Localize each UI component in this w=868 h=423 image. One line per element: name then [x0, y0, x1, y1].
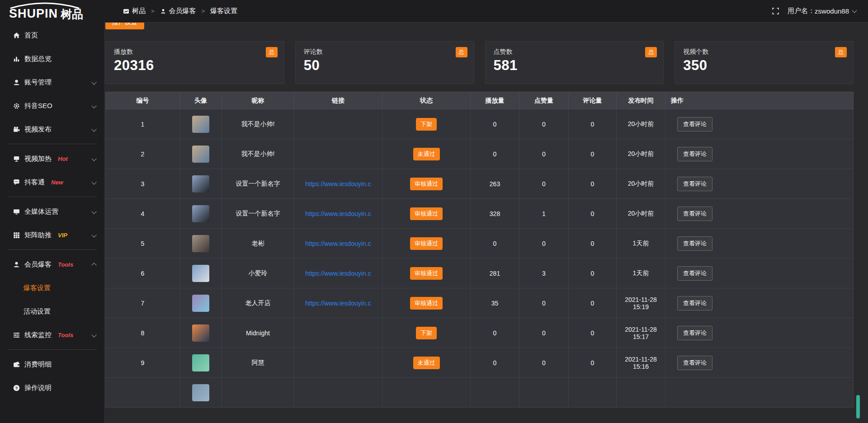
view-comments-button[interactable]: 查看评论 — [677, 207, 712, 221]
video-link[interactable]: https://www.iesdouyin.c — [305, 240, 371, 247]
cell-likes: 0 — [519, 229, 569, 258]
avatar — [192, 205, 209, 222]
video-link[interactable]: https://www.iesdouyin.c — [305, 210, 371, 217]
sidebar-item-account[interactable]: 账号管理 — [0, 70, 104, 94]
cell-likes: 3 — [519, 258, 569, 288]
breadcrumb-item-3[interactable]: 爆客设置 — [210, 7, 237, 15]
sidebar-nav: 首页 数据总览 账号管理 抖音SEO 视频发布 视频加热 Hot 抖客通 New… — [0, 24, 104, 400]
cell-id: 8 — [106, 318, 180, 348]
cell-comments: 0 — [569, 258, 617, 288]
app-logo[interactable]: SHUPIN 树品 — [0, 0, 104, 23]
cell-publish-time: 20小时前 — [617, 109, 665, 139]
cell-publish-time — [617, 378, 665, 408]
cell-comments: 0 — [569, 229, 617, 258]
view-comments-button[interactable]: 查看评论 — [677, 117, 712, 132]
video-link[interactable]: https://www.iesdouyin.c — [305, 270, 371, 277]
scrollbar-thumb[interactable] — [856, 395, 860, 418]
sidebar-item-media-operation[interactable]: 全媒体运营 — [0, 200, 104, 223]
breadcrumb-item-2[interactable]: 会员爆客 — [160, 7, 196, 15]
sidebar-item-expense-detail[interactable]: 消费明细 — [0, 352, 104, 376]
column-header-6: 播放量 — [471, 92, 519, 109]
sidebar-item-clue-monitor[interactable]: 线索监控 Tools — [0, 323, 104, 347]
cell-comments: 0 — [569, 199, 617, 229]
cell-id: 9 — [106, 348, 180, 378]
sidebar-subitem-baoke-settings[interactable]: 爆客设置 — [0, 276, 104, 300]
divider — [7, 249, 97, 250]
cell-id: 3 — [106, 169, 180, 199]
avatar — [192, 175, 209, 193]
cell-plays: 35 — [471, 288, 519, 318]
sidebar-item-badge: Tools — [58, 261, 73, 268]
avatar — [192, 354, 209, 371]
view-comments-button[interactable]: 查看评论 — [677, 236, 712, 251]
cell-nickname — [222, 378, 294, 408]
wallet-icon — [13, 361, 20, 368]
sidebar-item-label: 视频发布 — [24, 125, 52, 134]
breadcrumb-item-label: 会员爆客 — [169, 7, 196, 15]
cell-plays: 0 — [471, 229, 519, 258]
stat-label: 视频个数 — [683, 48, 845, 56]
chevron-up-icon — [91, 263, 96, 268]
sidebar-subitem-activity-settings[interactable]: 活动设置 — [0, 300, 104, 323]
cell-publish-time: 2021-11-28 15:16 — [617, 348, 665, 378]
view-comments-button[interactable]: 查看评论 — [677, 266, 712, 281]
video-table: 编号头像昵称链接状态播放量点赞量评论量发布时间操作 1 我不是小帅! 下架 0 … — [105, 92, 854, 408]
stat-card-4: 视频个数 350 总 — [675, 41, 854, 84]
sliders-icon — [13, 331, 20, 339]
cell-comments: 0 — [569, 109, 617, 139]
sidebar-item-label: 首页 — [24, 31, 38, 40]
sidebar: 首页 数据总览 账号管理 抖音SEO 视频发布 视频加热 Hot 抖客通 New… — [0, 23, 104, 423]
stat-total-badge: 总 — [266, 47, 278, 57]
sidebar-item-douketong[interactable]: 抖客通 New — [0, 170, 104, 194]
view-comments-button[interactable]: 查看评论 — [677, 356, 712, 370]
main-content: 推广设置 播放数 20316 总 评论数 50 总 点赞数 581 总 视频个数… — [104, 0, 868, 408]
view-comments-button[interactable]: 查看评论 — [677, 177, 712, 191]
video-link[interactable]: https://www.iesdouyin.c — [305, 180, 371, 188]
person-icon — [160, 8, 166, 14]
chart-icon — [13, 55, 20, 63]
cell-comments: 0 — [569, 139, 617, 169]
sidebar-item-video-publish[interactable]: 视频发布 — [0, 118, 104, 141]
user-menu[interactable]: 用户名：zswodun88 — [788, 7, 856, 15]
sidebar-subitem-label: 活动设置 — [24, 307, 51, 316]
breadcrumb-item-1[interactable]: 树品 — [123, 7, 146, 15]
cell-plays: 328 — [471, 199, 519, 229]
sidebar-item-help[interactable]: ? 操作说明 — [0, 376, 104, 400]
sidebar-item-video-heat[interactable]: 视频加热 Hot — [0, 147, 104, 170]
cell-comments: 0 — [569, 318, 617, 348]
sidebar-item-label: 账号管理 — [24, 78, 52, 87]
sidebar-item-label: 矩阵助推 — [24, 231, 52, 240]
sidebar-item-member-baoke[interactable]: 会员爆客 Tools — [0, 253, 104, 276]
cell-publish-time: 20小时前 — [617, 169, 665, 199]
column-header-3: 昵称 — [222, 92, 294, 109]
fullscreen-icon[interactable] — [772, 7, 779, 15]
stat-total-badge: 总 — [456, 47, 467, 57]
help-icon: ? — [13, 384, 20, 392]
stat-cards: 播放数 20316 总 评论数 50 总 点赞数 581 总 视频个数 350 … — [105, 41, 854, 84]
cell-likes: 0 — [519, 318, 569, 348]
view-comments-button[interactable]: 查看评论 — [677, 296, 712, 310]
sidebar-item-label: 抖客通 — [24, 178, 45, 187]
sidebar-item-matrix-boost[interactable]: 矩阵助推 VIP — [0, 223, 104, 247]
sidebar-item-label: 数据总览 — [24, 55, 52, 63]
chevron-down-icon — [91, 332, 96, 337]
chevron-down-icon — [91, 156, 96, 161]
avatar — [192, 265, 209, 282]
cell-publish-time: 1天前 — [617, 229, 665, 258]
cell-nickname: Midnight — [222, 318, 294, 348]
cell-nickname: 设置一个新名字 — [222, 199, 294, 229]
sidebar-item-label: 操作说明 — [24, 384, 52, 392]
column-header-2: 头像 — [180, 92, 222, 109]
sidebar-item-douyin-seo[interactable]: 抖音SEO — [0, 94, 104, 118]
cell-id: 1 — [106, 109, 180, 139]
view-comments-button[interactable]: 查看评论 — [677, 147, 712, 161]
column-header-7: 点赞量 — [519, 92, 569, 109]
avatar — [192, 295, 209, 312]
table-header-row: 编号头像昵称链接状态播放量点赞量评论量发布时间操作 — [106, 92, 854, 109]
sidebar-item-data-overview[interactable]: 数据总览 — [0, 47, 104, 70]
sidebar-item-label: 会员爆客 — [24, 260, 52, 269]
sidebar-item-home[interactable]: 首页 — [0, 24, 104, 47]
video-link[interactable]: https://www.iesdouyin.c — [305, 300, 371, 307]
view-comments-button[interactable]: 查看评论 — [677, 326, 712, 340]
sidebar-item-badge: VIP — [58, 232, 67, 239]
